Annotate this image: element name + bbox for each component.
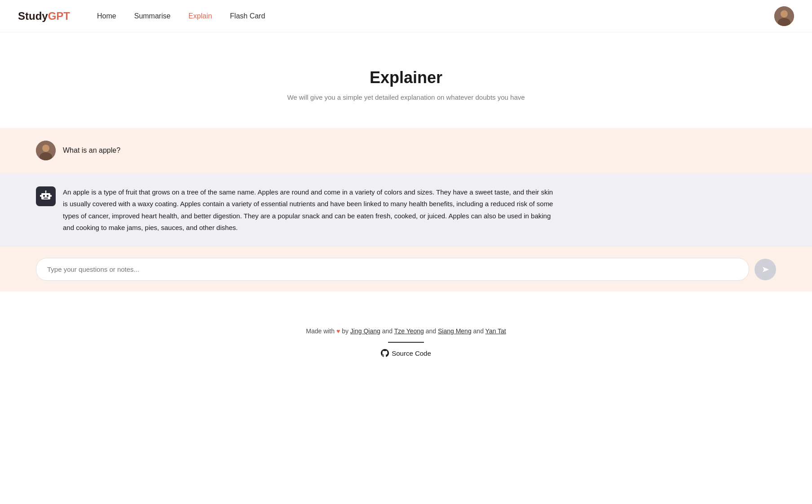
send-button[interactable] [755, 259, 776, 280]
user-message-text: What is an apple? [63, 146, 120, 155]
logo: StudyGPT [18, 10, 70, 22]
input-area [0, 247, 812, 292]
github-icon [381, 349, 389, 357]
svg-rect-14 [50, 195, 52, 197]
by-text: by [342, 327, 349, 335]
ai-chat-avatar [36, 186, 56, 206]
footer: Made with ♥ by Jing Qiang and Tze Yeong … [0, 292, 812, 375]
author-jing[interactable]: Jing Qiang [350, 327, 380, 335]
ai-message-text: An apple is a type of fruit that grows o… [63, 186, 557, 234]
heart-icon: ♥ [336, 327, 342, 335]
page-subtitle: We will give you a simple yet detailed e… [9, 93, 803, 101]
svg-point-11 [45, 190, 47, 192]
chat-container: What is an apple? An apple is a type [0, 128, 812, 292]
nav-flashcard[interactable]: Flash Card [230, 12, 265, 20]
chat-input[interactable] [36, 258, 749, 281]
logo-gpt: GPT [48, 10, 70, 22]
source-code-label: Source Code [392, 349, 431, 357]
hero-section: Explainer We will give you a simple yet … [0, 32, 812, 128]
page-title: Explainer [9, 68, 803, 87]
user-chat-avatar [36, 141, 56, 160]
author-yan[interactable]: Yan Tat [485, 327, 506, 335]
logo-study: Study [18, 10, 48, 22]
send-icon [761, 265, 770, 274]
and-2: and [426, 327, 438, 335]
nav-explain[interactable]: Explain [189, 12, 212, 20]
svg-point-4 [42, 145, 49, 152]
svg-rect-13 [40, 195, 41, 197]
avatar-image [774, 6, 794, 26]
svg-rect-12 [44, 198, 48, 199]
robot-icon [40, 190, 52, 203]
footer-source: Source Code [9, 349, 803, 357]
user-avatar[interactable] [774, 6, 794, 26]
made-with-text: Made with [306, 327, 335, 335]
author-siang[interactable]: Siang Meng [438, 327, 472, 335]
user-message-row: What is an apple? [0, 128, 812, 173]
svg-rect-8 [43, 195, 45, 197]
nav-links: Home Summarise Explain Flash Card [97, 12, 774, 20]
author-tze[interactable]: Tze Yeong [394, 327, 424, 335]
footer-divider [388, 342, 424, 343]
source-code-link[interactable]: Source Code [381, 349, 431, 357]
user-avatar-image [36, 141, 56, 160]
footer-credits: Made with ♥ by Jing Qiang and Tze Yeong … [9, 327, 803, 335]
svg-rect-9 [47, 195, 49, 197]
and-1: and [382, 327, 394, 335]
nav-home[interactable]: Home [97, 12, 116, 20]
and-3: and [473, 327, 485, 335]
navbar: StudyGPT Home Summarise Explain Flash Ca… [0, 0, 812, 32]
ai-message-row: An apple is a type of fruit that grows o… [0, 173, 812, 247]
nav-summarise[interactable]: Summarise [134, 12, 171, 20]
svg-point-1 [781, 10, 788, 18]
